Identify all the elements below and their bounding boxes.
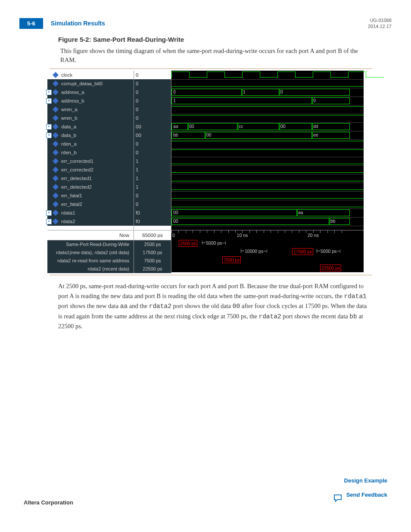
signal-name-rdata1[interactable]: +rdata1 (47, 208, 134, 217)
wave-lane (171, 79, 364, 88)
signal-icon (53, 193, 59, 199)
design-example-link[interactable]: Design Example (333, 477, 387, 484)
signal-icon (53, 218, 59, 224)
signal-icon (53, 124, 59, 130)
time-ruler: 010 ns20 ns (171, 230, 364, 240)
signal-name-wren_b[interactable]: wren_b (47, 114, 134, 122)
wave-lane (171, 174, 364, 183)
signal-value: 0 (134, 96, 171, 105)
signal-name-address_b[interactable]: +address_b (47, 96, 134, 105)
signal-value: 0 (134, 71, 171, 79)
signal-icon (53, 158, 59, 164)
figure-caption: This figure shows the timing diagram of … (60, 47, 372, 65)
wave-lane (171, 105, 364, 114)
signal-name-rden_b[interactable]: rden_b (47, 148, 134, 157)
figure-bottom-rule (50, 275, 372, 275)
signal-name-address_a[interactable]: +address_a (47, 88, 134, 96)
wave-lane (171, 165, 364, 174)
now-value: 65000 ps (134, 230, 171, 240)
signal-value: 00 (134, 131, 171, 140)
signal-value: 0 (134, 105, 171, 114)
signal-value: 0 (134, 191, 171, 200)
now-label: Now (47, 230, 134, 240)
signal-name-wren_a[interactable]: wren_a (47, 105, 134, 114)
wave-lane: 10 (171, 96, 364, 106)
cursor-name[interactable]: rdata1(new data), rdata2 (old data) (47, 249, 134, 257)
signal-icon (53, 115, 59, 121)
signal-value: 0 (134, 140, 171, 148)
signal-icon (53, 175, 59, 181)
signal-icon (53, 132, 59, 138)
send-feedback-link[interactable]: Send Feedback (346, 492, 387, 498)
signal-value: 0 (134, 148, 171, 157)
doc-date: 2014.12.17 (368, 23, 392, 29)
section-title: Simulation Results (51, 20, 105, 27)
cursor-lane: 17500 ps⊢10000 ps⊣⊢5000 ps⊣ (171, 248, 364, 256)
expand-icon[interactable]: + (46, 210, 52, 216)
figure-title: Figure 5-2: Same-Port Read-During-Write (58, 36, 392, 43)
signal-name-err_detected1[interactable]: err_detected1 (47, 174, 134, 183)
wave-lane (171, 183, 364, 192)
signal-icon (53, 141, 59, 147)
signal-name-data_a[interactable]: +data_a (47, 122, 134, 131)
figure-top-rule (50, 68, 372, 69)
signal-name-err_corrected2[interactable]: err_corrected2 (47, 165, 134, 174)
signal-name-clock[interactable]: clock (47, 71, 134, 79)
signal-value: 1 (134, 165, 171, 174)
signal-value: 0 (134, 88, 171, 96)
page-number-badge: 5-6 (19, 18, 43, 29)
expand-icon[interactable]: + (46, 133, 52, 138)
signal-name-err_fatal1[interactable]: err_fatal1 (47, 191, 134, 200)
signal-name-rdata2[interactable]: +rdata2 (47, 217, 134, 226)
page-footer: Altera Corporation Design Example Send F… (19, 477, 392, 506)
signal-icon (53, 89, 59, 95)
signal-icon (53, 201, 59, 207)
cursor-lane: 22500 ps (171, 264, 364, 272)
wave-lane (171, 140, 364, 149)
signal-name-err_fatal2[interactable]: err_fatal2 (47, 200, 134, 208)
signal-name-rden_a[interactable]: rden_a (47, 140, 134, 148)
cursor-value: 17500 ps (134, 249, 171, 257)
expand-icon[interactable]: + (46, 219, 52, 224)
body-paragraph: At 2500 ps, same-port read-during-write … (58, 281, 372, 331)
signal-name-err_detected2[interactable]: err_detected2 (47, 183, 134, 191)
cursor-value: 7500 ps (134, 257, 171, 265)
cursor-value: 2500 ps (134, 240, 171, 249)
signal-icon (53, 167, 59, 173)
cursor-lane: 7500 ps (171, 256, 364, 264)
signal-icon (53, 149, 59, 156)
signal-icon (53, 184, 59, 190)
signal-value: 1 (134, 157, 171, 165)
signal-value: f0 (134, 208, 171, 217)
signal-value: 1 (134, 183, 171, 191)
signal-icon (53, 106, 59, 112)
wave-lane (171, 114, 364, 123)
signal-value: 0 (134, 200, 171, 208)
cursor-value: 22500 ps (134, 265, 171, 273)
wave-lane: bb00ee (171, 131, 364, 140)
signal-value: 0 (134, 114, 171, 122)
signal-value: 1 (134, 174, 171, 183)
expand-icon[interactable]: + (46, 90, 52, 95)
wave-lane: 00aa (171, 208, 364, 218)
wave-lane (171, 200, 364, 209)
signal-name-err_corrected1[interactable]: err_corrected1 (47, 157, 134, 165)
page-header: 5-6 Simulation Results UG-01068 2014.12.… (19, 17, 392, 30)
signal-name-corrupt_dataa_bit0[interactable]: corrupt_dataa_bit0 (47, 79, 134, 88)
wave-lane (171, 71, 364, 80)
wave-lane (171, 157, 364, 166)
cursor-name[interactable]: Same-Port Read-During-Write (47, 240, 134, 249)
wave-lane (171, 191, 364, 200)
expand-icon[interactable]: + (46, 98, 52, 104)
cursor-name[interactable]: rdata2 (recent data) (47, 265, 134, 273)
expand-icon[interactable]: + (46, 124, 52, 130)
signal-name-data_b[interactable]: +data_b (47, 131, 134, 140)
wave-lane: 010 (171, 88, 364, 97)
cursor-lane: 2500 ps⊢5000 ps⊣ (171, 240, 364, 248)
doc-id: UG-01068 (368, 17, 392, 23)
signal-value: 0 (134, 79, 171, 88)
signal-icon (53, 72, 59, 78)
wave-lane: 00bb (171, 217, 364, 226)
cursor-name[interactable]: rdata2 re-read from same address (47, 257, 134, 265)
feedback-icon[interactable] (333, 494, 343, 503)
